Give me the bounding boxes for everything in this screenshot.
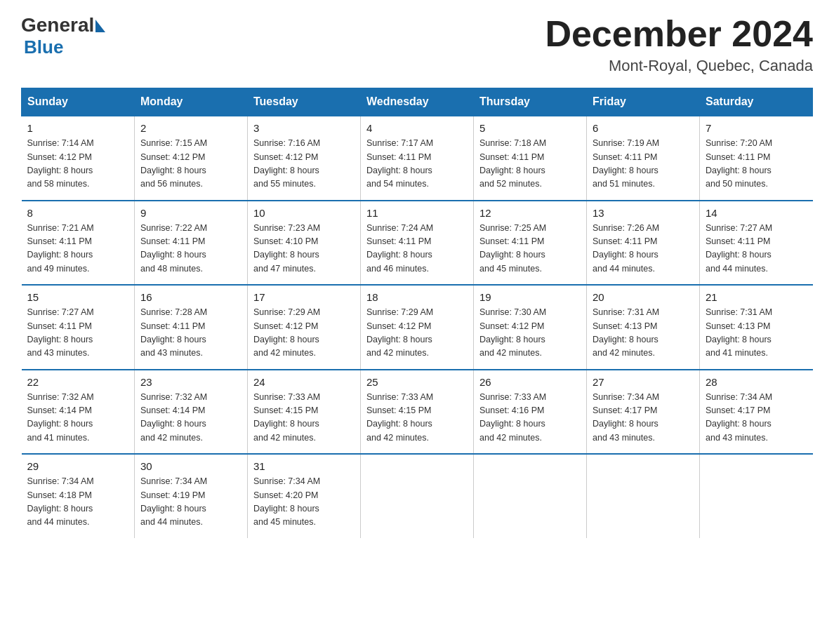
calendar-day-cell: 19 Sunrise: 7:30 AM Sunset: 4:12 PM Dayl… (474, 285, 587, 370)
day-info: Sunrise: 7:33 AM Sunset: 4:16 PM Dayligh… (479, 391, 581, 445)
col-saturday: Saturday (700, 88, 813, 116)
calendar-week-row: 22 Sunrise: 7:32 AM Sunset: 4:14 PM Dayl… (22, 370, 813, 455)
day-info: Sunrise: 7:14 AM Sunset: 4:12 PM Dayligh… (27, 137, 129, 192)
day-number: 24 (253, 376, 355, 388)
day-info: Sunrise: 7:32 AM Sunset: 4:14 PM Dayligh… (140, 391, 241, 445)
day-info: Sunrise: 7:28 AM Sunset: 4:11 PM Dayligh… (140, 306, 241, 361)
day-number: 26 (479, 376, 581, 388)
day-info: Sunrise: 7:19 AM Sunset: 4:11 PM Dayligh… (593, 137, 694, 192)
title-area: December 2024 Mont-Royal, Quebec, Canada (545, 14, 813, 75)
calendar-day-cell: 22 Sunrise: 7:32 AM Sunset: 4:14 PM Dayl… (22, 370, 135, 455)
day-number: 18 (366, 291, 468, 303)
day-info: Sunrise: 7:17 AM Sunset: 4:11 PM Dayligh… (366, 137, 468, 192)
day-info: Sunrise: 7:34 AM Sunset: 4:18 PM Dayligh… (27, 475, 129, 530)
day-number: 7 (706, 122, 807, 134)
calendar-week-row: 29 Sunrise: 7:34 AM Sunset: 4:18 PM Dayl… (22, 454, 813, 538)
day-info: Sunrise: 7:25 AM Sunset: 4:11 PM Dayligh… (479, 222, 581, 276)
calendar-day-cell: 10 Sunrise: 7:23 AM Sunset: 4:10 PM Dayl… (248, 201, 361, 286)
calendar-day-cell (361, 454, 474, 538)
day-info: Sunrise: 7:22 AM Sunset: 4:11 PM Dayligh… (140, 222, 241, 276)
calendar-day-cell: 6 Sunrise: 7:19 AM Sunset: 4:11 PM Dayli… (587, 116, 700, 201)
col-friday: Friday (587, 88, 700, 116)
calendar-day-cell: 7 Sunrise: 7:20 AM Sunset: 4:11 PM Dayli… (700, 116, 813, 201)
calendar-day-cell: 25 Sunrise: 7:33 AM Sunset: 4:15 PM Dayl… (361, 370, 474, 455)
day-number: 10 (253, 207, 355, 219)
calendar-day-cell: 5 Sunrise: 7:18 AM Sunset: 4:11 PM Dayli… (474, 116, 587, 201)
day-number: 17 (253, 291, 355, 303)
calendar-day-cell (474, 454, 587, 538)
calendar-day-cell: 14 Sunrise: 7:27 AM Sunset: 4:11 PM Dayl… (700, 201, 813, 286)
day-number: 14 (706, 207, 807, 219)
calendar-day-cell: 8 Sunrise: 7:21 AM Sunset: 4:11 PM Dayli… (22, 201, 135, 286)
day-info: Sunrise: 7:34 AM Sunset: 4:20 PM Dayligh… (253, 475, 355, 530)
day-info: Sunrise: 7:33 AM Sunset: 4:15 PM Dayligh… (253, 391, 355, 445)
day-number: 25 (366, 376, 468, 388)
day-info: Sunrise: 7:27 AM Sunset: 4:11 PM Dayligh… (27, 306, 129, 361)
day-info: Sunrise: 7:24 AM Sunset: 4:11 PM Dayligh… (366, 222, 468, 276)
day-number: 21 (706, 291, 807, 303)
day-number: 9 (140, 207, 241, 219)
day-number: 13 (593, 207, 694, 219)
calendar-day-cell: 20 Sunrise: 7:31 AM Sunset: 4:13 PM Dayl… (587, 285, 700, 370)
day-info: Sunrise: 7:26 AM Sunset: 4:11 PM Dayligh… (593, 222, 694, 276)
calendar-day-cell (587, 454, 700, 538)
logo-arrow-icon (95, 20, 105, 32)
day-number: 5 (479, 122, 581, 134)
day-number: 20 (593, 291, 694, 303)
day-number: 8 (27, 207, 129, 219)
logo-area: General Blue (21, 14, 107, 58)
calendar-day-cell: 27 Sunrise: 7:34 AM Sunset: 4:17 PM Dayl… (587, 370, 700, 455)
calendar-day-cell: 15 Sunrise: 7:27 AM Sunset: 4:11 PM Dayl… (22, 285, 135, 370)
day-info: Sunrise: 7:21 AM Sunset: 4:11 PM Dayligh… (27, 222, 129, 276)
calendar-day-cell: 30 Sunrise: 7:34 AM Sunset: 4:19 PM Dayl… (135, 454, 248, 538)
calendar-day-cell: 12 Sunrise: 7:25 AM Sunset: 4:11 PM Dayl… (474, 201, 587, 286)
calendar-day-cell: 17 Sunrise: 7:29 AM Sunset: 4:12 PM Dayl… (248, 285, 361, 370)
calendar-day-cell: 18 Sunrise: 7:29 AM Sunset: 4:12 PM Dayl… (361, 285, 474, 370)
calendar-day-cell: 16 Sunrise: 7:28 AM Sunset: 4:11 PM Dayl… (135, 285, 248, 370)
calendar-week-row: 8 Sunrise: 7:21 AM Sunset: 4:11 PM Dayli… (22, 201, 813, 286)
calendar-subtitle: Mont-Royal, Quebec, Canada (545, 57, 813, 75)
day-info: Sunrise: 7:30 AM Sunset: 4:12 PM Dayligh… (479, 306, 581, 361)
day-number: 12 (479, 207, 581, 219)
day-number: 1 (27, 122, 129, 134)
day-info: Sunrise: 7:32 AM Sunset: 4:14 PM Dayligh… (27, 391, 129, 445)
day-number: 4 (366, 122, 468, 134)
calendar-day-cell: 13 Sunrise: 7:26 AM Sunset: 4:11 PM Dayl… (587, 201, 700, 286)
calendar-day-cell: 28 Sunrise: 7:34 AM Sunset: 4:17 PM Dayl… (700, 370, 813, 455)
day-number: 28 (706, 376, 807, 388)
day-number: 15 (27, 291, 129, 303)
calendar-day-cell: 23 Sunrise: 7:32 AM Sunset: 4:14 PM Dayl… (135, 370, 248, 455)
calendar-header-row: Sunday Monday Tuesday Wednesday Thursday… (22, 88, 813, 116)
day-number: 3 (253, 122, 355, 134)
col-tuesday: Tuesday (248, 88, 361, 116)
col-sunday: Sunday (22, 88, 135, 116)
header: General Blue December 2024 Mont-Royal, Q… (21, 14, 813, 75)
calendar-day-cell: 1 Sunrise: 7:14 AM Sunset: 4:12 PM Dayli… (22, 116, 135, 201)
day-number: 2 (140, 122, 241, 134)
calendar-day-cell: 9 Sunrise: 7:22 AM Sunset: 4:11 PM Dayli… (135, 201, 248, 286)
day-number: 30 (140, 460, 241, 472)
day-info: Sunrise: 7:34 AM Sunset: 4:17 PM Dayligh… (593, 391, 694, 445)
day-number: 31 (253, 460, 355, 472)
day-info: Sunrise: 7:29 AM Sunset: 4:12 PM Dayligh… (253, 306, 355, 361)
day-info: Sunrise: 7:33 AM Sunset: 4:15 PM Dayligh… (366, 391, 468, 445)
day-info: Sunrise: 7:20 AM Sunset: 4:11 PM Dayligh… (706, 137, 807, 192)
logo-general-text: General (21, 14, 94, 36)
calendar-day-cell: 3 Sunrise: 7:16 AM Sunset: 4:12 PM Dayli… (248, 116, 361, 201)
day-info: Sunrise: 7:18 AM Sunset: 4:11 PM Dayligh… (479, 137, 581, 192)
day-number: 27 (593, 376, 694, 388)
logo-blue-text: Blue (24, 36, 63, 58)
day-number: 16 (140, 291, 241, 303)
day-info: Sunrise: 7:34 AM Sunset: 4:19 PM Dayligh… (140, 475, 241, 530)
calendar-table: Sunday Monday Tuesday Wednesday Thursday… (21, 88, 813, 538)
day-info: Sunrise: 7:31 AM Sunset: 4:13 PM Dayligh… (706, 306, 807, 361)
day-number: 6 (593, 122, 694, 134)
day-info: Sunrise: 7:29 AM Sunset: 4:12 PM Dayligh… (366, 306, 468, 361)
day-info: Sunrise: 7:27 AM Sunset: 4:11 PM Dayligh… (706, 222, 807, 276)
calendar-week-row: 15 Sunrise: 7:27 AM Sunset: 4:11 PM Dayl… (22, 285, 813, 370)
day-number: 11 (366, 207, 468, 219)
calendar-day-cell: 2 Sunrise: 7:15 AM Sunset: 4:12 PM Dayli… (135, 116, 248, 201)
calendar-title: December 2024 (545, 14, 813, 54)
day-number: 29 (27, 460, 129, 472)
day-number: 22 (27, 376, 129, 388)
